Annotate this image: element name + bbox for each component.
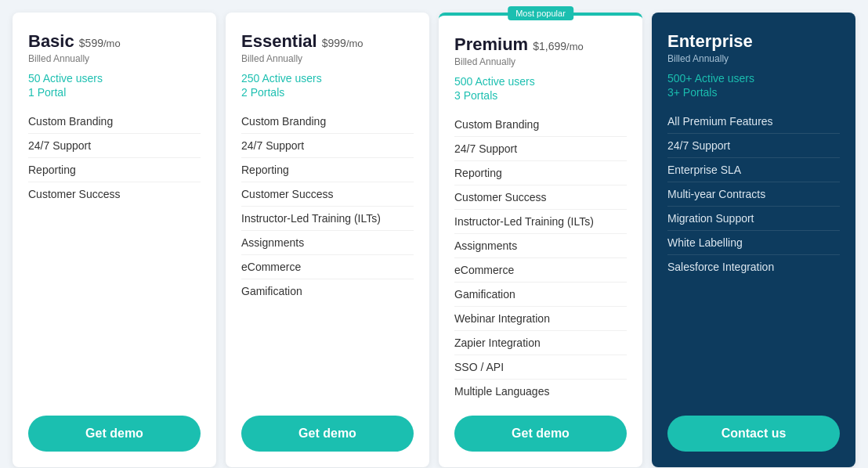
active-users-link-basic[interactable]: 50 Active users <box>28 72 201 85</box>
cta-button-premium[interactable]: Get demo <box>454 416 627 452</box>
feature-item: Customer Success <box>241 182 414 207</box>
feature-item: White Labelling <box>667 231 840 255</box>
billed-annually-basic: Billed Annually <box>28 53 201 64</box>
feature-item: Multiple Languages <box>454 380 627 403</box>
plan-card-essential: Essential $999/mo Billed Annually250 Act… <box>226 13 429 467</box>
feature-item: Multi-year Contracts <box>667 182 840 207</box>
most-popular-badge: Most popular <box>508 6 573 20</box>
pricing-container: Basic $599/mo Billed Annually50 Active u… <box>13 13 855 467</box>
features-list-essential: Custom Branding24/7 SupportReportingCust… <box>241 110 414 403</box>
cta-button-basic[interactable]: Get demo <box>28 416 201 452</box>
billed-annually-essential: Billed Annually <box>241 53 414 64</box>
feature-item: eCommerce <box>454 258 627 283</box>
feature-item: Enterprise SLA <box>667 158 840 182</box>
feature-item: Reporting <box>241 158 414 182</box>
feature-item: Assignments <box>454 234 627 258</box>
active-users-link-enterprise[interactable]: 500+ Active users <box>667 72 840 85</box>
plan-price-essential: $999/mo <box>322 37 363 49</box>
feature-item: Custom Branding <box>241 110 414 134</box>
billed-annually-premium: Billed Annually <box>454 56 627 67</box>
feature-item: Assignments <box>241 231 414 255</box>
feature-item: 24/7 Support <box>28 134 201 158</box>
feature-item: Reporting <box>28 158 201 182</box>
portals-link-premium[interactable]: 3 Portals <box>454 89 627 102</box>
feature-item: 24/7 Support <box>667 134 840 158</box>
portals-link-basic[interactable]: 1 Portal <box>28 86 201 99</box>
features-list-enterprise: All Premium Features24/7 SupportEnterpri… <box>667 110 840 403</box>
feature-item: Custom Branding <box>454 113 627 137</box>
cta-button-essential[interactable]: Get demo <box>241 416 414 452</box>
features-list-premium: Custom Branding24/7 SupportReportingCust… <box>454 113 627 403</box>
active-users-link-essential[interactable]: 250 Active users <box>241 72 414 85</box>
plan-title-basic: Basic $599/mo <box>28 31 201 52</box>
feature-item: Migration Support <box>667 207 840 231</box>
portals-link-enterprise[interactable]: 3+ Portals <box>667 86 840 99</box>
feature-item: Customer Success <box>28 182 201 206</box>
feature-item: eCommerce <box>241 255 414 279</box>
feature-item: Webinar Integration <box>454 307 627 331</box>
plan-card-enterprise: Enterprise Billed Annually500+ Active us… <box>652 13 855 467</box>
feature-item: Gamification <box>454 283 627 307</box>
billed-annually-enterprise: Billed Annually <box>667 53 840 64</box>
plan-price-basic: $599/mo <box>79 37 121 49</box>
active-users-link-premium[interactable]: 500 Active users <box>454 75 627 88</box>
feature-item: Customer Success <box>454 185 627 210</box>
plan-title-premium: Premium $1,699/mo <box>454 34 627 55</box>
plan-title-essential: Essential $999/mo <box>241 31 414 52</box>
feature-item: 24/7 Support <box>454 137 627 161</box>
features-list-basic: Custom Branding24/7 SupportReportingCust… <box>28 110 201 403</box>
feature-item: Reporting <box>454 161 627 185</box>
cta-button-enterprise[interactable]: Contact us <box>667 416 840 452</box>
feature-item: All Premium Features <box>667 110 840 134</box>
feature-item: Salesforce Integration <box>667 255 840 279</box>
feature-item: Gamification <box>241 279 414 303</box>
portals-link-essential[interactable]: 2 Portals <box>241 86 414 99</box>
plan-title-enterprise: Enterprise <box>667 31 840 52</box>
plan-card-premium: Most popular Premium $1,699/mo Billed An… <box>439 13 642 467</box>
plan-price-premium: $1,699/mo <box>533 40 584 52</box>
feature-item: Instructor-Led Training (ILTs) <box>241 207 414 231</box>
feature-item: 24/7 Support <box>241 134 414 158</box>
plan-card-basic: Basic $599/mo Billed Annually50 Active u… <box>13 13 216 467</box>
feature-item: Instructor-Led Training (ILTs) <box>454 210 627 234</box>
feature-item: Custom Branding <box>28 110 201 134</box>
feature-item: SSO / API <box>454 355 627 380</box>
feature-item: Zapier Integration <box>454 331 627 355</box>
